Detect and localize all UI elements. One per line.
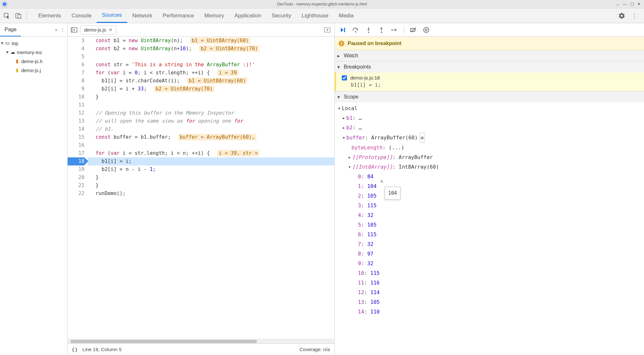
chevron-down-icon: ▾ bbox=[337, 94, 342, 100]
chevron-down-icon: ▾ bbox=[337, 64, 342, 70]
memory-inspector-icon[interactable]: ▦ bbox=[420, 133, 425, 143]
code-line[interactable] bbox=[88, 53, 334, 61]
navigator-more-icon[interactable]: ⋮ bbox=[61, 27, 65, 32]
step-icon[interactable] bbox=[391, 27, 398, 33]
panel-tab-performance[interactable]: Performance bbox=[158, 8, 199, 23]
array-index[interactable]: 4: 32 bbox=[335, 210, 644, 220]
svg-rect-2 bbox=[18, 14, 21, 18]
panel-tab-security[interactable]: Security bbox=[266, 8, 296, 23]
code-line[interactable]: const str = 'This is a string in the Arr… bbox=[88, 61, 334, 69]
scope-bytelength[interactable]: byteLength: (...) bbox=[335, 143, 644, 153]
more-icon[interactable]: ⋮ bbox=[631, 12, 638, 19]
svg-point-7 bbox=[355, 31, 356, 33]
code-line[interactable]: const b2 = new Uint8Array(n+10); b2 = Ui… bbox=[88, 45, 334, 53]
code-line[interactable]: const buffer = b1.buffer; buffer = Array… bbox=[88, 133, 334, 141]
code-line[interactable]: b2[i] = i + 33; b2 = Uint8Array(70) bbox=[88, 85, 334, 93]
toggle-navigator-icon[interactable] bbox=[68, 27, 81, 33]
scope-prototype[interactable]: ▸[[Prototype]]: ArrayBuffer bbox=[335, 153, 644, 162]
settings-icon[interactable] bbox=[618, 12, 625, 19]
array-index[interactable]: 12: 114 bbox=[335, 288, 644, 297]
svg-point-10 bbox=[391, 29, 393, 31]
code-line[interactable] bbox=[88, 141, 334, 149]
chevron-down-icon[interactable]: ⌄ bbox=[616, 2, 620, 6]
code-line[interactable]: b2[i] = n - i - 1; bbox=[88, 165, 334, 173]
run-snippet-icon[interactable] bbox=[324, 27, 334, 33]
code-line[interactable]: } bbox=[88, 173, 334, 182]
scope-local[interactable]: ▾Local bbox=[335, 104, 644, 113]
breakpoint-checkbox[interactable] bbox=[342, 75, 347, 80]
code-line[interactable]: for (var i = 0; i < str.length; ++i) { i… bbox=[88, 69, 334, 77]
file-icon: ▮ bbox=[14, 58, 20, 64]
svg-rect-14 bbox=[427, 29, 427, 31]
code-line[interactable]: // b1. bbox=[88, 125, 334, 133]
minimize-icon[interactable]: — bbox=[623, 2, 627, 6]
code-line[interactable]: } bbox=[88, 182, 334, 190]
scope-int8array[interactable]: ▾[[Int8Array]]: Int8Array(60) bbox=[335, 162, 644, 172]
editor-tab[interactable]: demo-js.js ✕ bbox=[81, 25, 116, 34]
code-line[interactable]: runDemo(); bbox=[88, 190, 334, 198]
window-title: DevTools - memory-inspector.glitch.me/de… bbox=[277, 2, 367, 6]
close-icon[interactable]: ✕ bbox=[637, 2, 641, 6]
array-index[interactable]: 5: 105 bbox=[335, 220, 644, 230]
close-tab-icon[interactable]: ✕ bbox=[109, 27, 113, 33]
tree-file-html[interactable]: ▮ demo-js.h bbox=[0, 57, 67, 66]
tree-domain[interactable]: ▾ ☁ memory-ins bbox=[0, 48, 67, 57]
horizontal-scrollbar[interactable] bbox=[68, 339, 334, 343]
window-titlebar: DevTools - memory-inspector.glitch.me/de… bbox=[0, 0, 644, 8]
array-index[interactable]: 2: 105 bbox=[335, 191, 644, 201]
code-line[interactable]: // will open the same view as for openin… bbox=[88, 117, 334, 125]
panel-tab-elements[interactable]: Elements bbox=[33, 8, 66, 23]
code-line[interactable]: b1[i] = i; bbox=[88, 157, 334, 165]
resume-icon[interactable] bbox=[339, 27, 346, 33]
array-index[interactable]: 7: 32 bbox=[335, 239, 644, 249]
watch-section-header[interactable]: ▸ Watch bbox=[335, 50, 644, 61]
array-index[interactable]: 8: 97 bbox=[335, 249, 644, 259]
scope-section-header[interactable]: ▾ Scope bbox=[335, 91, 644, 102]
code-line[interactable]: for (var i = str.length; i < n; ++i) { i… bbox=[88, 149, 334, 157]
svg-point-8 bbox=[368, 32, 369, 33]
panel-tab-lighthouse[interactable]: Lighthouse bbox=[296, 8, 333, 23]
panel-tab-network[interactable]: Network bbox=[127, 8, 158, 23]
pretty-print-icon[interactable]: { } bbox=[72, 347, 77, 352]
page-tab[interactable]: Page bbox=[0, 23, 21, 36]
svg-rect-6 bbox=[344, 28, 345, 32]
array-index[interactable]: 11: 116 bbox=[335, 278, 644, 288]
more-tabs-icon[interactable]: » bbox=[55, 27, 57, 32]
pause-exceptions-icon[interactable] bbox=[423, 27, 430, 33]
array-index[interactable]: 13: 105 bbox=[335, 297, 644, 307]
device-toolbar-icon[interactable] bbox=[15, 12, 22, 19]
step-out-icon[interactable] bbox=[378, 27, 385, 33]
panel-tab-sources[interactable]: Sources bbox=[97, 8, 127, 23]
breakpoints-section-header[interactable]: ▾ Breakpoints bbox=[335, 61, 644, 72]
array-index[interactable]: 6: 115 bbox=[335, 230, 644, 239]
array-index[interactable]: 9: 32 bbox=[335, 259, 644, 268]
panel-tab-media[interactable]: Media bbox=[334, 8, 359, 23]
scope-var-buffer[interactable]: ▾buffer: ArrayBuffer(60)▦ bbox=[335, 133, 644, 143]
panel-tab-console[interactable]: Console bbox=[66, 8, 97, 23]
code-editor[interactable]: 345678910111213141516171819202122 const … bbox=[68, 37, 334, 339]
step-over-icon[interactable] bbox=[352, 27, 359, 33]
maximize-icon[interactable]: ▢ bbox=[630, 2, 634, 6]
editor-panel: demo-js.js ✕ 345678910111213141516171819… bbox=[68, 23, 335, 355]
breakpoint-item[interactable]: demo-js.js:18 b1[i] = i; bbox=[335, 72, 644, 91]
array-index[interactable]: 10: 115 bbox=[335, 268, 644, 278]
scope-var-b2[interactable]: ▸b2: … bbox=[335, 123, 644, 133]
panel-tab-application[interactable]: Application bbox=[229, 8, 266, 23]
scope-var-b1[interactable]: ▸b1: … bbox=[335, 113, 644, 123]
panel-tab-memory[interactable]: Memory bbox=[199, 8, 229, 23]
array-index[interactable]: 3: 115 bbox=[335, 201, 644, 210]
code-line[interactable]: b1[i] = str.charCodeAt(i); b1 = Uint8Arr… bbox=[88, 77, 334, 85]
editor-statusbar: { } Line 18, Column 5 Coverage: n/a bbox=[68, 343, 334, 355]
inspect-element-icon[interactable] bbox=[3, 12, 10, 19]
code-line[interactable] bbox=[88, 101, 334, 109]
deactivate-breakpoints-icon[interactable] bbox=[410, 27, 417, 33]
tree-top[interactable]: ▾ ▭ top bbox=[0, 39, 67, 48]
array-index[interactable]: 14: 110 bbox=[335, 307, 644, 317]
tree-file-js[interactable]: ▮ demo-js.j bbox=[0, 66, 67, 75]
scope-tree: ▾Local ▸b1: … ▸b2: … ▾buffer: ArrayBuffe… bbox=[335, 102, 644, 320]
step-into-icon[interactable] bbox=[365, 27, 372, 33]
code-line[interactable]: const b1 = new Uint8Array(n); b1 = Uint8… bbox=[88, 37, 334, 45]
code-line[interactable]: // Opening this buffer in the Memory Ins… bbox=[88, 109, 334, 117]
cursor-position: Line 18, Column 5 bbox=[82, 347, 122, 352]
code-line[interactable]: } bbox=[88, 93, 334, 101]
